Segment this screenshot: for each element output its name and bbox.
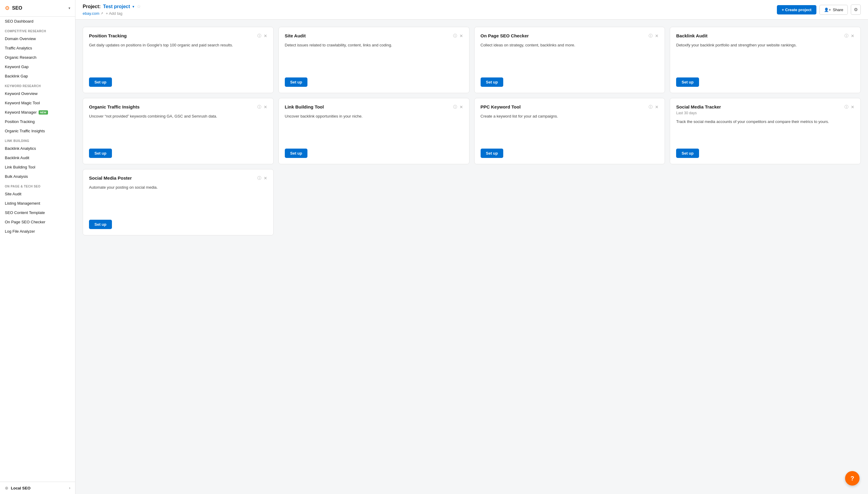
project-name[interactable]: Test project <box>103 4 130 10</box>
card-title-social-media-tracker: Social Media Tracker <box>676 104 845 109</box>
setup-button-social-media-poster[interactable]: Set up <box>89 220 112 229</box>
help-button[interactable]: ? <box>845 471 860 486</box>
sidebar-item-traffic-analytics[interactable]: Traffic Analytics <box>0 43 75 53</box>
external-link-icon[interactable]: ↗ <box>101 12 103 15</box>
topbar-line1: Project: Test project ▾ ☆ <box>83 4 773 10</box>
card-header-organic-traffic-insights: Organic Traffic Insights ⓘ ✕ <box>89 104 267 110</box>
card-icons-backlink-audit: ⓘ ✕ <box>845 33 854 39</box>
setup-button-social-media-tracker[interactable]: Set up <box>676 149 699 158</box>
close-icon-ppc-keyword-tool[interactable]: ✕ <box>655 105 658 109</box>
share-label: Share <box>833 7 843 12</box>
create-project-button[interactable]: + Create project <box>777 5 816 15</box>
info-icon-link-building-tool[interactable]: ⓘ <box>453 104 457 110</box>
close-icon-position-tracking[interactable]: ✕ <box>264 34 267 38</box>
setup-button-position-tracking[interactable]: Set up <box>89 77 112 87</box>
sidebar-item-local-seo[interactable]: ⊕ Local SEO › <box>0 482 75 494</box>
card-header-social-media-poster: Social Media Poster ⓘ ✕ <box>89 175 267 181</box>
setup-button-site-audit[interactable]: Set up <box>285 77 308 87</box>
close-icon-link-building-tool[interactable]: ✕ <box>459 105 463 109</box>
sidebar-seo-header[interactable]: ⚙ SEO ▾ <box>0 0 75 17</box>
close-icon-organic-traffic-insights[interactable]: ✕ <box>264 105 267 109</box>
topbar: Project: Test project ▾ ☆ ebay.com ↗ + A… <box>75 0 868 20</box>
topbar-line2: ebay.com ↗ + Add tag <box>83 11 773 16</box>
card-header-link-building-tool: Link Building Tool ⓘ ✕ <box>285 104 463 110</box>
close-icon-social-media-poster[interactable]: ✕ <box>264 176 267 180</box>
project-chevron-icon[interactable]: ▾ <box>132 4 134 9</box>
sidebar-item-keyword-overview[interactable]: Keyword Overview <box>0 89 75 98</box>
card-icons-organic-traffic-insights: ⓘ ✕ <box>257 104 267 110</box>
sidebar-item-backlink-analytics[interactable]: Backlink Analytics <box>0 144 75 153</box>
card-title-organic-traffic-insights: Organic Traffic Insights <box>89 104 257 109</box>
card-title-link-building-tool: Link Building Tool <box>285 104 453 109</box>
info-icon-site-audit[interactable]: ⓘ <box>453 33 457 39</box>
sidebar-item-domain-overview[interactable]: Domain Overview <box>0 34 75 43</box>
card-social-media-poster: Social Media Poster ⓘ ✕ Automate your po… <box>83 169 274 235</box>
sidebar-item-link-building-tool[interactable]: Link Building Tool <box>0 163 75 172</box>
info-icon-social-media-tracker[interactable]: ⓘ <box>845 104 848 110</box>
setup-button-ppc-keyword-tool[interactable]: Set up <box>481 149 504 158</box>
close-icon-site-audit[interactable]: ✕ <box>459 34 463 38</box>
topbar-left: Project: Test project ▾ ☆ ebay.com ↗ + A… <box>83 4 773 16</box>
info-icon-organic-traffic-insights[interactable]: ⓘ <box>257 104 261 110</box>
sidebar-section-on-page: ON PAGE & TECH SEO <box>0 181 75 189</box>
sidebar-item-organic-research[interactable]: Organic Research <box>0 53 75 62</box>
card-title-on-page-seo-checker: On Page SEO Checker <box>481 33 649 38</box>
card-subtitle-social-media-tracker: Last 30 days <box>676 111 854 115</box>
setup-button-link-building-tool[interactable]: Set up <box>285 149 308 158</box>
setup-button-backlink-audit[interactable]: Set up <box>676 77 699 87</box>
sidebar-item-keyword-gap[interactable]: Keyword Gap <box>0 62 75 72</box>
card-position-tracking: Position Tracking ⓘ ✕ Get daily updates … <box>83 27 274 93</box>
sidebar-item-keyword-manager[interactable]: Keyword Manager new <box>0 108 75 117</box>
card-description-position-tracking: Get daily updates on positions in Google… <box>89 42 267 74</box>
share-button[interactable]: 👤+ Share <box>819 5 848 15</box>
card-description-on-page-seo-checker: Collect ideas on strategy, content, back… <box>481 42 659 74</box>
card-backlink-audit: Backlink Audit ⓘ ✕ Detoxify your backlin… <box>670 27 861 93</box>
sidebar-item-listing-management[interactable]: Listing Management <box>0 198 75 208</box>
card-icons-social-media-tracker: ⓘ ✕ <box>845 104 854 110</box>
add-tag-button[interactable]: + Add tag <box>106 11 122 16</box>
info-icon-position-tracking[interactable]: ⓘ <box>257 33 261 39</box>
local-seo-icon: ⊕ <box>5 486 8 490</box>
close-icon-social-media-tracker[interactable]: ✕ <box>851 105 854 109</box>
info-icon-on-page-seo-checker[interactable]: ⓘ <box>649 33 653 39</box>
sidebar-item-bulk-analysis[interactable]: Bulk Analysis <box>0 172 75 181</box>
sidebar-item-position-tracking[interactable]: Position Tracking <box>0 117 75 126</box>
sidebar-item-seo-dashboard[interactable]: SEO Dashboard <box>0 17 75 26</box>
sidebar-item-log-file-analyzer[interactable]: Log File Analyzer <box>0 227 75 236</box>
close-icon-on-page-seo-checker[interactable]: ✕ <box>655 34 658 38</box>
card-social-media-tracker: Social Media Tracker ⓘ ✕ Last 30 days Tr… <box>670 98 861 164</box>
card-organic-traffic-insights: Organic Traffic Insights ⓘ ✕ Uncover “no… <box>83 98 274 164</box>
card-header-site-audit: Site Audit ⓘ ✕ <box>285 33 463 39</box>
project-star-icon[interactable]: ☆ <box>137 4 141 10</box>
card-ppc-keyword-tool: PPC Keyword Tool ⓘ ✕ Create a keyword li… <box>474 98 665 164</box>
card-title-position-tracking: Position Tracking <box>89 33 257 38</box>
card-icons-social-media-poster: ⓘ ✕ <box>257 175 267 181</box>
close-icon-backlink-audit[interactable]: ✕ <box>851 34 854 38</box>
sidebar-item-keyword-magic-tool[interactable]: Keyword Magic Tool <box>0 98 75 108</box>
setup-button-organic-traffic-insights[interactable]: Set up <box>89 149 112 158</box>
card-title-backlink-audit: Backlink Audit <box>676 33 845 38</box>
main-content: Project: Test project ▾ ☆ ebay.com ↗ + A… <box>75 0 868 494</box>
sidebar-item-backlink-audit[interactable]: Backlink Audit <box>0 153 75 163</box>
card-header-backlink-audit: Backlink Audit ⓘ ✕ <box>676 33 854 39</box>
setup-button-on-page-seo-checker[interactable]: Set up <box>481 77 504 87</box>
project-label: Project: <box>83 4 101 10</box>
domain-link[interactable]: ebay.com <box>83 11 99 16</box>
sidebar-item-organic-traffic-insights[interactable]: Organic Traffic Insights <box>0 126 75 136</box>
content-area: Position Tracking ⓘ ✕ Get daily updates … <box>75 20 868 494</box>
card-header-social-media-tracker: Social Media Tracker ⓘ ✕ <box>676 104 854 110</box>
info-icon-backlink-audit[interactable]: ⓘ <box>845 33 848 39</box>
sidebar-item-backlink-gap[interactable]: Backlink Gap <box>0 72 75 81</box>
settings-button[interactable]: ⚙ <box>851 4 861 15</box>
settings-icon: ⚙ <box>854 7 858 12</box>
info-icon-ppc-keyword-tool[interactable]: ⓘ <box>649 104 653 110</box>
info-icon-social-media-poster[interactable]: ⓘ <box>257 175 261 181</box>
card-title-ppc-keyword-tool: PPC Keyword Tool <box>481 104 649 109</box>
sidebar-item-on-page-seo-checker[interactable]: On Page SEO Checker <box>0 217 75 227</box>
card-link-building-tool: Link Building Tool ⓘ ✕ Uncover backlink … <box>278 98 469 164</box>
card-icons-site-audit: ⓘ ✕ <box>453 33 463 39</box>
sidebar-item-seo-content-template[interactable]: SEO Content Template <box>0 208 75 217</box>
sidebar-item-site-audit[interactable]: Site Audit <box>0 189 75 198</box>
sidebar-bottom-label: Local SEO <box>11 486 67 490</box>
card-description-backlink-audit: Detoxify your backlink portfolio and str… <box>676 42 854 74</box>
